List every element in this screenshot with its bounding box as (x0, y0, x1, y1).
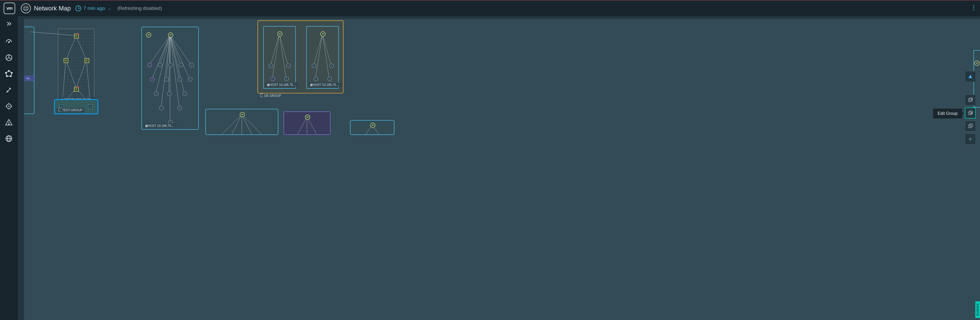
leaf-node[interactable] (183, 91, 187, 96)
group-host-large[interactable]: HOST 10.196.75.... (142, 27, 199, 130)
network-canvas[interactable]: GE... ☰ CISCO UC (24, 19, 980, 320)
svg-line-57 (279, 33, 288, 64)
leaf-node[interactable] (188, 77, 192, 82)
topbar: vm Network Map 7 min ago ⌄ (Refreshing d… (0, 0, 980, 16)
leaf-node[interactable] (154, 91, 159, 96)
svg-line-47 (166, 35, 170, 78)
svg-line-45 (170, 35, 191, 64)
kebab-menu[interactable] (973, 5, 974, 10)
svg-line-69 (294, 117, 307, 135)
leaf-node[interactable] (179, 63, 183, 67)
leaf-node[interactable] (159, 106, 164, 110)
host-root-node-badge[interactable] (146, 32, 151, 38)
host-root-node[interactable] (370, 123, 375, 128)
svg-line-33 (76, 36, 86, 60)
node-ge-stub[interactable]: GE... (24, 76, 34, 81)
svg-point-19 (6, 76, 8, 77)
svg-line-37 (86, 60, 90, 101)
subgroup-a-label: HOST 10.196.75.... (265, 83, 298, 87)
sidebar-item-topology[interactable] (5, 69, 13, 78)
svg-rect-82 (969, 125, 971, 127)
leaf-node[interactable] (147, 63, 152, 67)
svg-line-58 (273, 33, 279, 77)
add-button[interactable] (965, 134, 976, 145)
subgroup-host-a[interactable]: HOST 10.196.75.... (263, 26, 296, 89)
sidebar-item-tools[interactable] (5, 86, 13, 94)
svg-line-56 (271, 33, 279, 64)
leaf-node[interactable] (284, 76, 289, 81)
svg-line-60 (314, 33, 322, 64)
leaf-node[interactable] (177, 77, 182, 82)
leaf-node[interactable] (312, 64, 317, 68)
svg-point-28 (8, 124, 9, 125)
leaf-node[interactable] (158, 63, 162, 67)
leaf-node[interactable] (327, 76, 332, 81)
guides-tab[interactable]: GUIDES (975, 301, 980, 318)
device-chip-right[interactable] (84, 58, 89, 63)
host-root-node[interactable] (277, 31, 283, 37)
edit-group-tooltip: Edit Group (933, 108, 962, 118)
clock-icon (75, 5, 81, 11)
alerts-indicator[interactable] (965, 71, 976, 82)
sidebar-item-alerts[interactable] (5, 118, 13, 127)
sidebar-item-target[interactable] (5, 102, 13, 111)
host-root-node[interactable] (168, 32, 173, 38)
leaf-node[interactable] (167, 91, 172, 96)
leaf-node[interactable] (189, 63, 194, 67)
test-group-label: TEST-GROUP (56, 108, 84, 113)
svg-line-64 (216, 115, 242, 135)
leaf-node[interactable] (286, 64, 291, 68)
device-chip-top[interactable] (74, 33, 79, 38)
leaf-node[interactable] (269, 64, 274, 68)
group-cisco-ucs[interactable] (58, 29, 94, 102)
de-group-label: DE-GROUP (258, 94, 283, 98)
switch-node-b[interactable] (88, 105, 92, 109)
right-toolbar: Edit Group (965, 71, 976, 145)
leaf-node[interactable] (313, 76, 318, 81)
far-right-node[interactable] (974, 60, 980, 66)
leaf-node[interactable] (150, 77, 155, 82)
host-root-node[interactable] (305, 115, 310, 120)
svg-line-32 (66, 36, 76, 60)
sidebar-item-dashboard[interactable] (5, 37, 13, 46)
refresh-time-dropdown[interactable]: 7 min ago ⌄ (75, 5, 111, 11)
sidebar (0, 16, 18, 320)
leaf-node[interactable] (164, 77, 169, 82)
svg-point-18 (10, 76, 11, 77)
svg-point-16 (8, 70, 10, 72)
edit-group-button[interactable]: Edit Group (965, 108, 976, 118)
sidebar-expand[interactable] (5, 19, 13, 28)
svg-line-65 (229, 115, 242, 135)
device-chip-bottom[interactable] (74, 87, 79, 92)
subgroup-b-label: HOST 10.196.75.... (308, 83, 342, 87)
svg-line-42 (160, 35, 170, 64)
sidebar-item-global[interactable] (5, 134, 13, 143)
svg-line-71 (307, 117, 320, 135)
leaf-node[interactable] (168, 63, 173, 67)
device-chip-left[interactable] (64, 58, 68, 63)
group-de-group[interactable]: HOST 10.196.75.... HOST 10.196.75.... DE… (258, 21, 344, 94)
refresh-status: (Refreshing disabled) (118, 6, 162, 11)
time-ago-text: 7 min ago (83, 5, 105, 11)
leaf-node[interactable] (270, 76, 275, 81)
group-host-lower-mid[interactable] (205, 109, 278, 135)
leaf-node[interactable] (177, 106, 182, 110)
subgroup-host-b[interactable]: HOST 10.196.75.... (306, 26, 339, 89)
host-root-node[interactable] (240, 112, 245, 117)
group-test-group[interactable]: TEST-GROUP (54, 99, 98, 114)
svg-line-68 (242, 115, 267, 135)
group-purple[interactable] (283, 111, 331, 135)
svg-line-35 (76, 60, 86, 88)
duplicate-group-button[interactable] (965, 121, 976, 132)
svg-point-17 (11, 72, 13, 73)
svg-line-6 (24, 8, 25, 10)
sidebar-item-segments[interactable] (5, 53, 13, 62)
leaf-node[interactable] (329, 64, 334, 68)
svg-line-34 (66, 60, 76, 88)
host-root-node[interactable] (320, 31, 326, 37)
group-left-partial[interactable] (24, 27, 35, 114)
svg-line-49 (170, 35, 189, 78)
create-group-button[interactable] (965, 94, 976, 105)
group-host-lower-right[interactable] (350, 120, 395, 135)
svg-line-48 (170, 35, 179, 78)
